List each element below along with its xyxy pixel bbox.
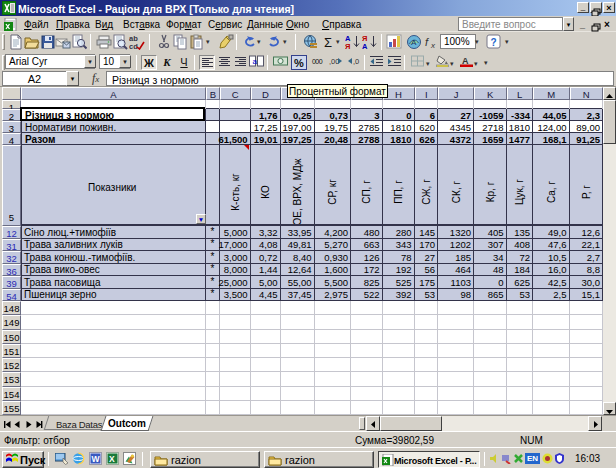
svg-text:X: X [109, 454, 115, 464]
svg-text:W: W [92, 454, 101, 464]
